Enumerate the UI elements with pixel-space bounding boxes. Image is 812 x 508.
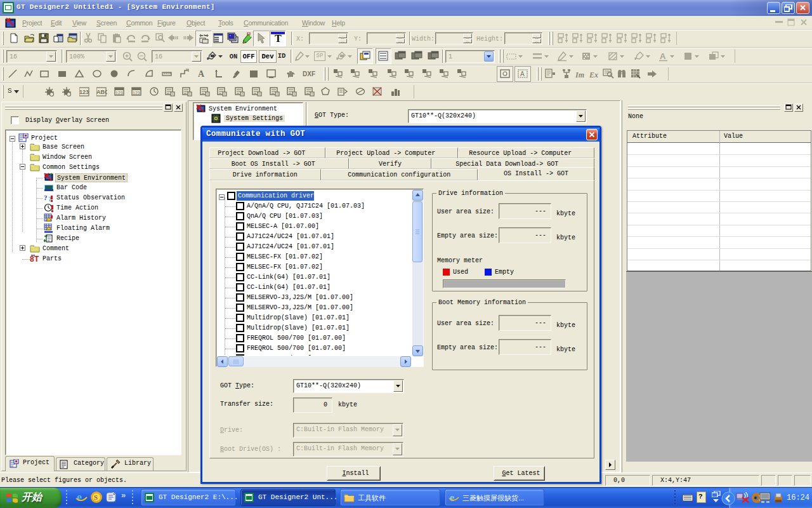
svg-text:e: e (77, 491, 82, 504)
svg-text:S: S (94, 493, 98, 501)
svg-text:123: 123 (79, 89, 89, 95)
svg-text:DXF: DXF (303, 70, 315, 77)
svg-text:A: A (660, 51, 666, 61)
svg-text:123: 123 (115, 91, 123, 95)
svg-text:123: 123 (133, 91, 140, 95)
svg-text:?: ? (44, 194, 48, 201)
svg-text:8: 8 (30, 255, 34, 264)
svg-text:e: e (450, 492, 454, 503)
svg-text:A: A (520, 70, 525, 77)
svg-text:A: A (198, 69, 205, 79)
svg-text:T: T (34, 255, 39, 264)
